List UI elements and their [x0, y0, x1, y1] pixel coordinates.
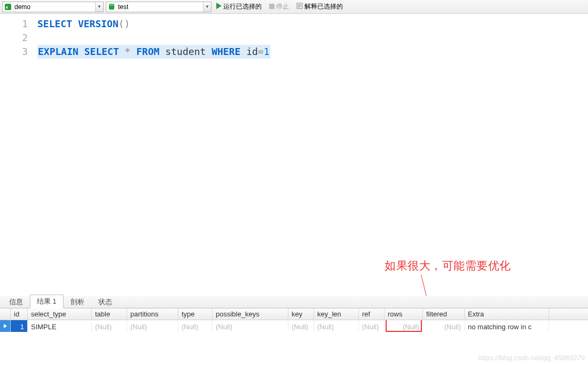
- line-num: 3: [0, 45, 28, 59]
- col-table[interactable]: table: [92, 308, 127, 320]
- grid-row[interactable]: 1 SIMPLE (Null) (Null) (Null) (Null) (Nu…: [0, 320, 588, 332]
- stop-button: 停止: [266, 1, 292, 13]
- watermark: https://blog.csdn.net/qq_45069279: [479, 354, 585, 362]
- keyword: SELECT: [37, 18, 72, 29]
- annotation-text: 如果很大，可能需要优化: [385, 258, 511, 273]
- cell-possible-keys[interactable]: (Null): [213, 320, 288, 332]
- connection-value: demo: [13, 3, 95, 11]
- tab-status[interactable]: 状态: [91, 295, 119, 308]
- cell-type[interactable]: (Null): [178, 320, 213, 332]
- toolbar: demo ▼ test ▼ 运行已选择的 停止 解释已选择的: [0, 0, 588, 14]
- parens: (): [119, 18, 130, 29]
- col-filtered[interactable]: filtered: [423, 308, 465, 320]
- sql-editor[interactable]: 1 2 3 SELECT VERSION() EXPLAIN SELECT * …: [0, 14, 588, 280]
- code-area[interactable]: SELECT VERSION() EXPLAIN SELECT * FROM s…: [33, 14, 588, 280]
- tab-profile[interactable]: 剖析: [64, 295, 91, 308]
- play-icon: [216, 3, 222, 11]
- grid-header: id select_type table partitions type pos…: [0, 308, 588, 320]
- col-key-len[interactable]: key_len: [314, 308, 359, 320]
- cell-extra[interactable]: no matching row in c: [465, 320, 549, 332]
- cell-key-len[interactable]: (Null): [314, 320, 359, 332]
- database-combo[interactable]: test ▼: [106, 2, 211, 12]
- stop-icon: [269, 3, 275, 11]
- svg-rect-3: [269, 4, 275, 9]
- database-icon: [107, 3, 116, 11]
- svg-point-2: [109, 3, 114, 5]
- svg-rect-0: [5, 4, 11, 10]
- selected-text: EXPLAIN SELECT * FROM student WHERE id=1: [37, 45, 270, 59]
- col-rows[interactable]: rows: [385, 308, 423, 320]
- col-ref[interactable]: ref: [359, 308, 385, 320]
- col-extra[interactable]: Extra: [465, 308, 549, 320]
- connection-combo[interactable]: demo ▼: [2, 2, 104, 12]
- run-label: 运行已选择的: [223, 2, 262, 11]
- cell-key[interactable]: (Null): [288, 320, 314, 332]
- col-key[interactable]: key: [288, 308, 314, 320]
- cell-id[interactable]: 1: [11, 320, 28, 332]
- result-tabs: 信息 结果 1 剖析 状态: [0, 296, 588, 308]
- cell-select-type[interactable]: SIMPLE: [28, 320, 92, 332]
- run-button[interactable]: 运行已选择的: [214, 1, 264, 13]
- col-select-type[interactable]: select_type: [28, 308, 92, 320]
- col-possible-keys[interactable]: possible_keys: [213, 308, 288, 320]
- chevron-down-icon: ▼: [95, 2, 103, 12]
- explain-icon: [296, 3, 303, 11]
- col-id[interactable]: id: [11, 308, 28, 320]
- function: VERSION: [78, 18, 119, 29]
- tab-result-1[interactable]: 结果 1: [30, 295, 64, 308]
- chevron-down-icon: ▼: [203, 2, 211, 12]
- line-num: 1: [0, 17, 28, 31]
- col-partitions[interactable]: partitions: [127, 308, 178, 320]
- cell-ref[interactable]: (Null): [359, 320, 385, 332]
- cell-filtered[interactable]: (Null): [423, 320, 465, 332]
- explain-label: 解释已选择的: [304, 2, 343, 11]
- cell-table[interactable]: (Null): [92, 320, 127, 332]
- line-num: 2: [0, 31, 28, 45]
- cell-rows[interactable]: (Null): [385, 320, 423, 332]
- tab-info[interactable]: 信息: [2, 295, 30, 308]
- database-value: test: [117, 3, 203, 11]
- explain-button[interactable]: 解释已选择的: [294, 1, 346, 13]
- row-selector[interactable]: [0, 320, 11, 332]
- stop-label: 停止: [276, 2, 289, 11]
- col-type[interactable]: type: [178, 308, 213, 320]
- row-handle-header: [0, 308, 11, 320]
- cell-partitions[interactable]: (Null): [127, 320, 178, 332]
- connection-icon: [4, 3, 12, 11]
- line-gutter: 1 2 3: [0, 14, 33, 280]
